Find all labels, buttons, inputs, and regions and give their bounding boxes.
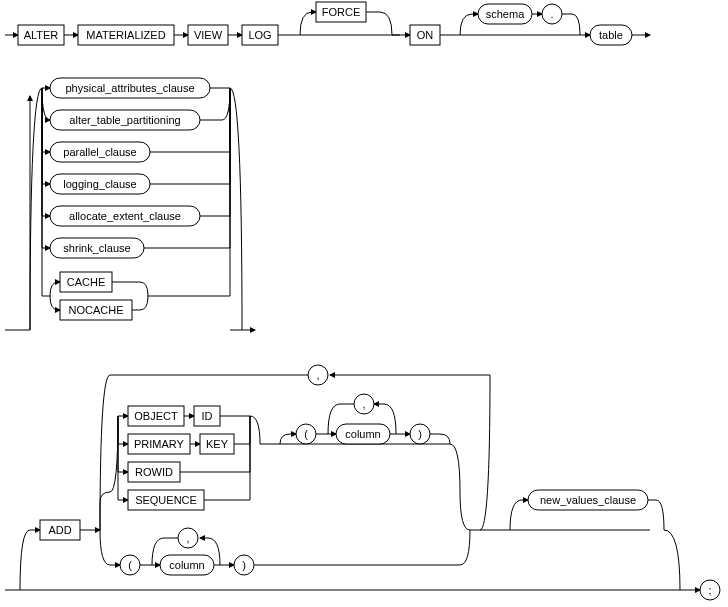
alter-label: ALTER	[24, 29, 59, 41]
column1-label: column	[345, 428, 380, 440]
lparen1-label: (	[304, 428, 308, 440]
column2-label: column	[169, 559, 204, 571]
parallel-clause-label: parallel_clause	[63, 146, 136, 158]
schema-label: schema	[486, 8, 525, 20]
alter-table-partitioning-label: alter_table_partitioning	[69, 114, 180, 126]
semicolon-label: ;	[708, 584, 711, 596]
sequence-label: SEQUENCE	[135, 494, 197, 506]
physical-attributes-clause-label: physical_attributes_clause	[65, 82, 194, 94]
row1: ALTER MATERIALIZED VIEW LOG FORCE ON sch…	[5, 2, 650, 45]
comma-col1-label: ,	[362, 398, 365, 410]
comma-top-label: ,	[316, 369, 319, 381]
allocate-extent-clause-label: allocate_extent_clause	[69, 210, 181, 222]
on-label: ON	[417, 29, 434, 41]
block3: ADD OBJECT ID PRIMARY KEY ROWID SEQUENCE…	[5, 365, 720, 600]
table-label: table	[599, 29, 623, 41]
block2: physical_attributes_clause alter_table_p…	[5, 78, 255, 330]
view-label: VIEW	[194, 29, 223, 41]
rparen1-label: )	[418, 428, 422, 440]
cache-label: CACHE	[67, 276, 106, 288]
shrink-clause-label: shrink_clause	[63, 242, 130, 254]
rowid-label: ROWID	[135, 466, 173, 478]
comma-col2-label: ,	[186, 532, 189, 544]
object-label: OBJECT	[134, 410, 178, 422]
log-label: LOG	[248, 29, 271, 41]
rparen2-label: )	[242, 559, 246, 571]
nocache-label: NOCACHE	[68, 304, 123, 316]
new-values-clause-label: new_values_clause	[540, 494, 636, 506]
dot-label: .	[550, 8, 553, 20]
lparen2-label: (	[128, 559, 132, 571]
force-label: FORCE	[322, 6, 361, 18]
materialized-label: MATERIALIZED	[86, 29, 165, 41]
id-label: ID	[202, 410, 213, 422]
add-label: ADD	[48, 524, 71, 536]
key-label: KEY	[206, 438, 229, 450]
primary-label: PRIMARY	[134, 438, 185, 450]
logging-clause-label: logging_clause	[63, 178, 136, 190]
